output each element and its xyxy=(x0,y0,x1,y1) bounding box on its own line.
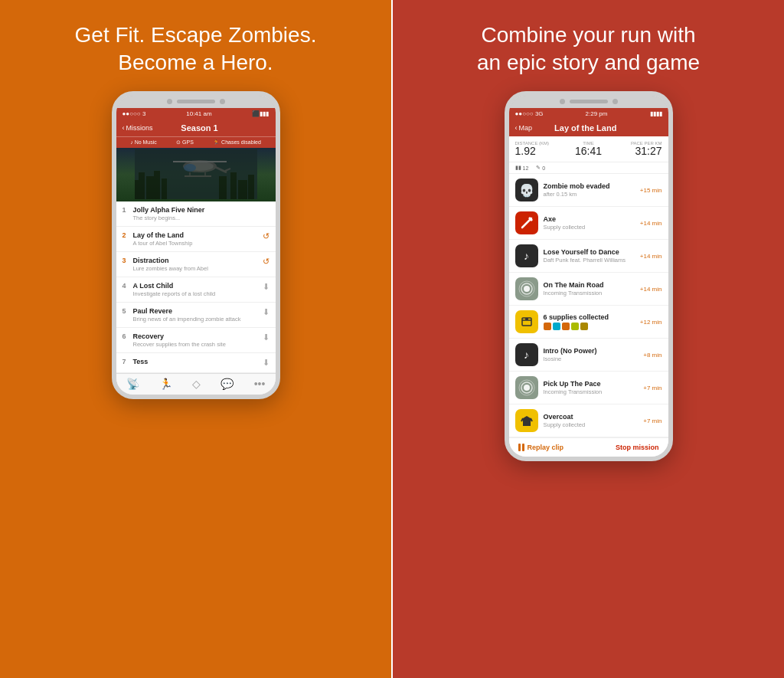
music-icon-wrap: ♪ xyxy=(515,244,538,267)
mission-desc: Lure zombies away from Abel xyxy=(133,265,208,272)
current-badge: ✎ 0 xyxy=(536,165,545,171)
replay-clip-button[interactable]: Replay clip xyxy=(518,444,564,451)
list-item[interactable]: Overcoat Supply collected +7 min xyxy=(509,405,668,437)
transmission-icon-wrap xyxy=(515,277,538,300)
sub-bar-left: ♪ No Music ⊙ GPS 🏃 Chases disabled xyxy=(116,136,276,148)
activity-time: +8 min xyxy=(643,352,662,359)
svg-rect-5 xyxy=(162,179,167,199)
nav-bar-left: ‹ Missions Season 1 xyxy=(116,120,276,136)
back-button-left[interactable]: ‹ Missions xyxy=(122,124,153,132)
activity-text: Lose Yourself to Dance Daft Punk feat. P… xyxy=(544,248,635,264)
list-item[interactable]: ♪ Lose Yourself to Dance Daft Punk feat.… xyxy=(509,240,668,273)
supplies-icon-wrap xyxy=(515,310,538,333)
supplies-svg xyxy=(518,313,535,330)
svg-rect-3 xyxy=(146,176,154,199)
stat-time: TIME 16:41 xyxy=(565,141,612,157)
back-button-right[interactable]: ‹ Map xyxy=(515,124,533,132)
list-item[interactable]: ♪ Intro (No Power) Isosine +8 min xyxy=(509,339,668,372)
supply-dot xyxy=(553,323,560,330)
mission-num: 3 xyxy=(122,257,130,264)
mission-desc: Recover supplies from the crash site xyxy=(133,341,226,348)
nav-title-right: Lay of the Land xyxy=(554,123,616,133)
activity-text: Zombie mob evaded after 0.15 km xyxy=(544,182,635,198)
pin-icon: ✎ xyxy=(536,165,541,171)
list-item[interactable]: Axe Supply collected +14 min xyxy=(509,207,668,240)
tab-chat[interactable]: 💬 xyxy=(220,378,234,391)
mission-name: Jolly Alpha Five Niner xyxy=(133,206,205,214)
svg-point-15 xyxy=(184,164,196,172)
mission-num: 7 xyxy=(122,358,130,365)
left-phone: ●●○○○ 3 10:41 am ⬛▮▮▮ ‹ Missions Season … xyxy=(112,91,280,399)
mission-desc: Bring news of an impending zombie attack xyxy=(133,316,241,323)
list-item[interactable]: 2 Lay of the Land A tour of Abel Townshi… xyxy=(116,227,276,252)
list-item[interactable]: 6 Recovery Recover supplies from the cra… xyxy=(116,328,276,353)
list-item[interactable]: 💀 Zombie mob evaded after 0.15 km +15 mi… xyxy=(509,174,668,207)
tab-run[interactable]: 🏃 xyxy=(159,378,172,391)
back-label-right: Map xyxy=(519,124,533,132)
battery-left: ⬛▮▮▮ xyxy=(252,110,269,117)
mission-name: Distraction xyxy=(133,257,208,264)
back-chevron-right: ‹ xyxy=(515,124,518,132)
music-icon-wrap2: ♪ xyxy=(515,343,538,366)
left-panel-title: Get Fit. Escape Zombies. Become a Hero. xyxy=(75,21,317,77)
zombie-icon-wrap: 💀 xyxy=(515,179,538,201)
right-phone-screen: ●●○○○ 3G 2:29 pm ▮▮▮▮ ‹ Map Lay of the L… xyxy=(509,108,668,457)
activity-time: +14 min xyxy=(640,286,662,293)
left-phone-screen: ●●○○○ 3 10:41 am ⬛▮▮▮ ‹ Missions Season … xyxy=(116,108,276,395)
list-item[interactable]: 3 Distraction Lure zombies away from Abe… xyxy=(116,252,276,277)
list-item[interactable]: 1 Jolly Alpha Five Niner The story begin… xyxy=(116,201,276,227)
activity-text: Pick Up The Pace Incoming Transmission xyxy=(544,380,639,395)
list-item[interactable]: 6 supplies collected +12 min xyxy=(509,306,668,339)
list-item[interactable]: 7 Tess ⬇ xyxy=(116,353,276,373)
svg-line-30 xyxy=(531,418,532,421)
activity-time: +7 min xyxy=(643,385,662,391)
pause-bar2 xyxy=(522,444,524,451)
tab-radio[interactable]: 📡 xyxy=(126,378,139,391)
map-icon: ◇ xyxy=(192,378,201,390)
list-item[interactable]: 5 Paul Revere Bring news of an impending… xyxy=(116,303,276,328)
music-note-icon2: ♪ xyxy=(524,349,529,361)
pace-value: 31:27 xyxy=(615,146,662,157)
run-icon: 🏃 xyxy=(159,378,172,390)
list-item[interactable]: Pick Up The Pace Incoming Transmission +… xyxy=(509,372,668,405)
right-phone: ●●○○○ 3G 2:29 pm ▮▮▮▮ ‹ Map Lay of the L… xyxy=(505,91,673,461)
gps-icon: ⊙ xyxy=(176,139,181,146)
pause-bar1 xyxy=(518,444,521,451)
left-panel: Get Fit. Escape Zombies. Become a Hero. … xyxy=(0,0,391,678)
status-bar-left: ●●○○○ 3 10:41 am ⬛▮▮▮ xyxy=(116,108,276,120)
mission-name: Recovery xyxy=(133,332,226,340)
mission-desc: The story begins... xyxy=(133,215,205,221)
svg-rect-2 xyxy=(139,172,145,199)
signal-right: ●●○○○ 3G xyxy=(515,110,544,117)
list-item[interactable]: 4 A Lost Child Investigate reports of a … xyxy=(116,277,276,303)
list-item[interactable]: On The Main Road Incoming Transmission +… xyxy=(509,273,668,306)
tab-more[interactable]: ••• xyxy=(254,378,266,391)
nav-title-left: Season 1 xyxy=(181,123,217,133)
activity-title: Overcoat xyxy=(544,413,639,421)
zombie-icon: 💀 xyxy=(519,183,534,198)
supply-dot xyxy=(580,323,588,330)
progress-row: ▮▮ 12 ✎ 0 xyxy=(509,162,668,174)
activity-title: Zombie mob evaded xyxy=(544,182,635,190)
activity-sub: after 0.15 km xyxy=(544,191,635,198)
activity-text: Axe Supply collected xyxy=(544,215,635,231)
transmission-svg2 xyxy=(518,379,535,396)
activity-time: +12 min xyxy=(640,319,662,326)
back-chevron-left: ‹ xyxy=(122,124,125,132)
phone-notch-right xyxy=(509,96,668,108)
activity-sub: Supply collected xyxy=(544,224,635,231)
replay-clip-label: Replay clip xyxy=(528,444,564,451)
activity-sub: Isosine xyxy=(544,355,639,362)
activity-title: Intro (No Power) xyxy=(544,347,639,355)
music-indicator: ♪ No Music xyxy=(130,139,157,145)
overcoat-svg xyxy=(518,412,535,429)
stop-mission-button[interactable]: Stop mission xyxy=(616,444,659,451)
tab-map[interactable]: ◇ xyxy=(192,378,201,391)
activity-time: +14 min xyxy=(640,253,662,260)
download-icon: ⬇ xyxy=(263,332,270,342)
axe-svg xyxy=(518,215,535,231)
mission-num: 6 xyxy=(122,332,130,340)
download-icon: ⬇ xyxy=(263,358,270,368)
chases-indicator: 🏃 Chases disabled xyxy=(213,139,261,146)
mission-artwork xyxy=(116,148,276,201)
